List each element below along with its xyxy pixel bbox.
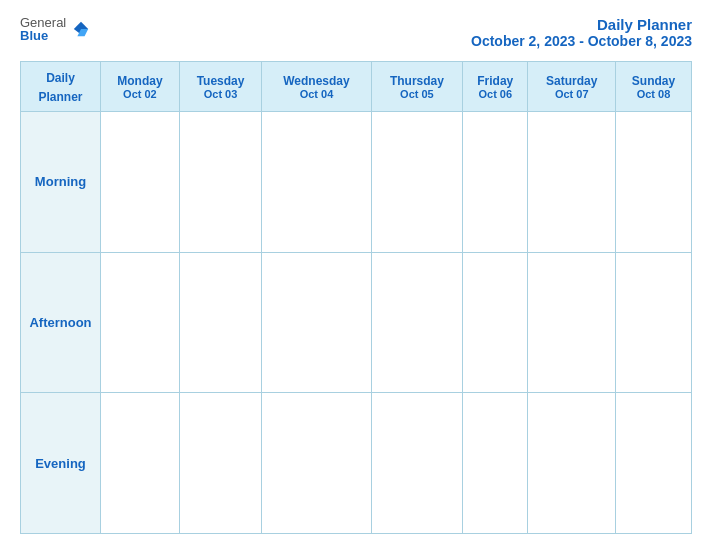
label-header: Daily Planner (21, 62, 101, 112)
col-header-friday: Friday Oct 06 (463, 62, 528, 112)
afternoon-tuesday[interactable] (179, 252, 261, 393)
col-header-thursday: Thursday Oct 05 (371, 62, 462, 112)
afternoon-sunday[interactable] (616, 252, 692, 393)
planner-title: Daily Planner (471, 16, 692, 33)
header-row: Daily Planner Monday Oct 02 Tuesday Oct … (21, 62, 692, 112)
evening-row: Evening (21, 393, 692, 534)
calendar-table: Daily Planner Monday Oct 02 Tuesday Oct … (20, 61, 692, 534)
morning-wednesday[interactable] (262, 112, 371, 253)
logo: General Blue (20, 16, 90, 42)
col-header-wednesday: Wednesday Oct 04 (262, 62, 371, 112)
logo-icon (72, 20, 90, 38)
evening-friday[interactable] (463, 393, 528, 534)
col-header-monday: Monday Oct 02 (101, 62, 180, 112)
col-header-saturday: Saturday Oct 07 (528, 62, 616, 112)
morning-thursday[interactable] (371, 112, 462, 253)
evening-saturday[interactable] (528, 393, 616, 534)
afternoon-wednesday[interactable] (262, 252, 371, 393)
morning-saturday[interactable] (528, 112, 616, 253)
col-header-tuesday: Tuesday Oct 03 (179, 62, 261, 112)
title-area: Daily Planner October 2, 2023 - October … (471, 16, 692, 49)
planner-dates: October 2, 2023 - October 8, 2023 (471, 33, 692, 49)
afternoon-saturday[interactable] (528, 252, 616, 393)
evening-label: Evening (21, 393, 101, 534)
afternoon-monday[interactable] (101, 252, 180, 393)
afternoon-label: Afternoon (21, 252, 101, 393)
morning-monday[interactable] (101, 112, 180, 253)
evening-wednesday[interactable] (262, 393, 371, 534)
evening-sunday[interactable] (616, 393, 692, 534)
morning-tuesday[interactable] (179, 112, 261, 253)
logo-blue: Blue (20, 29, 66, 42)
afternoon-row: Afternoon (21, 252, 692, 393)
afternoon-friday[interactable] (463, 252, 528, 393)
morning-sunday[interactable] (616, 112, 692, 253)
morning-label: Morning (21, 112, 101, 253)
evening-monday[interactable] (101, 393, 180, 534)
evening-tuesday[interactable] (179, 393, 261, 534)
morning-row: Morning (21, 112, 692, 253)
evening-thursday[interactable] (371, 393, 462, 534)
col-header-sunday: Sunday Oct 08 (616, 62, 692, 112)
afternoon-thursday[interactable] (371, 252, 462, 393)
morning-friday[interactable] (463, 112, 528, 253)
page-header: General Blue Daily Planner October 2, 20… (20, 16, 692, 49)
